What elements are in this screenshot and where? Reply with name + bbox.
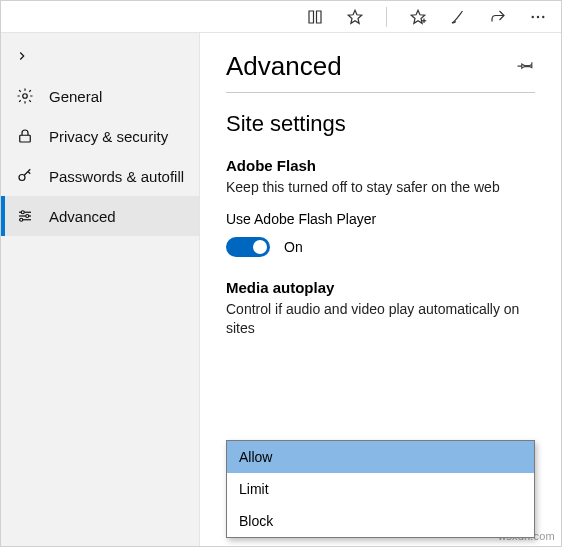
title-bar	[1, 1, 561, 33]
dropdown-option-allow[interactable]: Allow	[227, 441, 534, 473]
sliders-icon	[15, 206, 35, 226]
media-desc: Control if audio and video play automati…	[226, 300, 535, 338]
more-icon[interactable]	[529, 8, 547, 26]
svg-point-14	[26, 215, 29, 218]
flash-toggle[interactable]	[226, 237, 270, 257]
lock-icon	[15, 126, 35, 146]
sidebar-item-label: Privacy & security	[49, 128, 168, 145]
svg-marker-1	[411, 10, 425, 23]
content-pane: Advanced Site settings Adobe Flash Keep …	[200, 33, 561, 546]
svg-point-5	[537, 15, 539, 17]
flash-title: Adobe Flash	[226, 157, 535, 174]
dropdown-options-list: Allow Limit Block	[226, 440, 535, 538]
flash-use-label: Use Adobe Flash Player	[226, 211, 535, 227]
svg-rect-8	[20, 135, 31, 142]
reading-list-icon[interactable]	[306, 8, 324, 26]
svg-point-6	[542, 15, 544, 17]
star-icon[interactable]	[346, 8, 364, 26]
sidebar-item-label: General	[49, 88, 102, 105]
key-icon	[15, 166, 35, 186]
svg-point-7	[23, 94, 28, 99]
sidebar-item-advanced[interactable]: Advanced	[1, 196, 199, 236]
svg-point-4	[532, 15, 534, 17]
svg-point-13	[21, 211, 24, 214]
sidebar-item-label: Advanced	[49, 208, 116, 225]
sidebar-item-privacy[interactable]: Privacy & security	[1, 116, 199, 156]
settings-sidebar: General Privacy & security Passwords & a…	[1, 33, 200, 546]
site-settings-heading: Site settings	[226, 111, 535, 137]
ink-icon[interactable]	[449, 8, 467, 26]
back-button[interactable]	[1, 41, 199, 76]
dropdown-option-block[interactable]: Block	[227, 505, 534, 537]
flash-toggle-state: On	[284, 239, 303, 255]
svg-point-9	[19, 175, 25, 181]
divider	[386, 7, 387, 27]
flash-desc: Keep this turned off to stay safer on th…	[226, 178, 535, 197]
media-title: Media autoplay	[226, 279, 535, 296]
sidebar-item-general[interactable]: General	[1, 76, 199, 116]
gear-icon	[15, 86, 35, 106]
pin-icon[interactable]	[517, 56, 535, 77]
sidebar-item-passwords[interactable]: Passwords & autofill	[1, 156, 199, 196]
page-title: Advanced	[226, 51, 342, 82]
share-icon[interactable]	[489, 8, 507, 26]
favorites-star-plus-icon[interactable]	[409, 8, 427, 26]
svg-marker-0	[348, 10, 362, 23]
sidebar-item-label: Passwords & autofill	[49, 168, 184, 185]
dropdown-option-limit[interactable]: Limit	[227, 473, 534, 505]
svg-point-15	[20, 218, 23, 221]
